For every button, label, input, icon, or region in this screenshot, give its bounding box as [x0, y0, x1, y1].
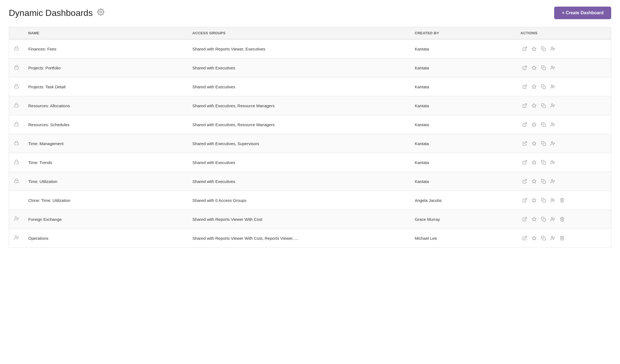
copy-icon[interactable]	[539, 101, 548, 110]
row-actions	[516, 153, 611, 172]
favorite-icon[interactable]	[530, 63, 538, 72]
share-icon[interactable]	[548, 177, 557, 186]
delete-icon[interactable]	[558, 215, 566, 224]
open-icon[interactable]	[520, 82, 529, 91]
table-row: Time: TrendsShared with ExecutivesKantat…	[9, 153, 611, 172]
favorite-icon[interactable]	[530, 234, 538, 242]
favorite-icon[interactable]	[530, 82, 538, 91]
favorite-icon[interactable]	[530, 101, 538, 110]
share-icon[interactable]	[548, 82, 557, 91]
row-name: Foreign Exchange	[24, 210, 188, 229]
row-created-by: Grace Murray	[410, 210, 516, 229]
open-icon[interactable]	[520, 101, 529, 110]
row-created-by: Kantata	[410, 39, 516, 58]
svg-point-19	[551, 85, 553, 86]
svg-rect-22	[15, 105, 18, 107]
row-name: Clone: Time: Utilization	[24, 191, 188, 210]
svg-line-37	[524, 142, 527, 144]
row-created-by: Kantata	[410, 77, 516, 96]
share-icon[interactable]	[548, 120, 557, 129]
row-name: Resources: Schedules	[24, 115, 188, 134]
lock-icon	[14, 66, 19, 71]
row-actions	[516, 134, 611, 153]
svg-rect-53	[543, 181, 546, 184]
row-name: Resources: Allocations	[24, 96, 188, 115]
share-icon[interactable]	[548, 158, 557, 167]
copy-icon[interactable]	[539, 82, 548, 91]
delete-icon[interactable]	[558, 196, 566, 205]
open-icon[interactable]	[520, 158, 529, 167]
svg-rect-32	[543, 124, 546, 127]
copy-icon[interactable]	[539, 234, 548, 242]
row-icon-cell	[9, 134, 24, 153]
svg-point-33	[551, 123, 553, 124]
open-icon[interactable]	[520, 44, 529, 53]
lock-icon	[14, 47, 19, 52]
svg-marker-38	[532, 142, 536, 145]
share-icon[interactable]	[548, 196, 557, 205]
copy-icon[interactable]	[539, 158, 548, 167]
svg-rect-68	[543, 219, 546, 221]
favorite-icon[interactable]	[530, 177, 538, 186]
open-icon[interactable]	[520, 63, 529, 72]
open-icon[interactable]	[520, 177, 529, 186]
col-header-actions: ACTIONS	[516, 27, 611, 39]
copy-icon[interactable]	[539, 63, 548, 72]
svg-marker-3	[532, 47, 536, 51]
svg-point-40	[551, 142, 553, 143]
svg-point-26	[551, 104, 553, 105]
table-row: OperationsShared with Reports Viewer Wit…	[9, 229, 611, 248]
copy-icon[interactable]	[539, 120, 548, 129]
open-icon[interactable]	[520, 234, 529, 242]
svg-line-57	[524, 198, 527, 201]
copy-icon[interactable]	[539, 177, 548, 186]
favorite-icon[interactable]	[530, 158, 538, 167]
row-icon-cell	[9, 172, 24, 191]
row-access-groups: Shared with Executives, Resource Manager…	[188, 96, 410, 115]
svg-rect-43	[15, 162, 18, 164]
share-icon[interactable]	[548, 63, 557, 72]
open-icon[interactable]	[520, 120, 529, 129]
favorite-icon[interactable]	[530, 120, 538, 129]
copy-icon[interactable]	[539, 139, 548, 148]
svg-point-63	[15, 216, 17, 218]
svg-point-78	[551, 236, 553, 238]
svg-rect-39	[543, 143, 546, 146]
svg-line-16	[524, 85, 527, 87]
col-header-name: NAME	[24, 27, 188, 39]
delete-icon[interactable]	[558, 234, 566, 242]
row-access-groups: Shared with Reports Viewer With Cost	[188, 210, 410, 229]
share-icon[interactable]	[548, 139, 557, 148]
table-row: Resources: AllocationsShared with Execut…	[9, 96, 611, 115]
copy-icon[interactable]	[539, 196, 548, 205]
svg-marker-45	[532, 160, 536, 164]
svg-rect-1	[15, 48, 18, 50]
favorite-icon[interactable]	[530, 196, 538, 205]
table-row: Foreign ExchangeShared with Reports View…	[9, 210, 611, 229]
gear-icon[interactable]	[97, 9, 104, 17]
row-icon-cell	[9, 210, 24, 229]
row-icon-cell	[9, 153, 24, 172]
svg-line-23	[524, 104, 527, 106]
copy-icon[interactable]	[539, 215, 548, 224]
create-dashboard-button[interactable]: + Create Dashboard	[554, 7, 611, 19]
share-icon[interactable]	[548, 234, 557, 242]
copy-icon[interactable]	[539, 44, 548, 53]
row-icon-cell	[9, 39, 24, 58]
favorite-icon[interactable]	[530, 139, 538, 148]
page-header: Dynamic Dashboards + Create Dashboard	[9, 7, 611, 19]
open-icon[interactable]	[520, 139, 529, 148]
open-icon[interactable]	[520, 215, 529, 224]
share-icon[interactable]	[548, 101, 557, 110]
row-actions	[516, 39, 611, 58]
open-icon[interactable]	[520, 196, 529, 205]
row-name: Projects: Portfolio	[24, 58, 188, 77]
row-name: Operations	[24, 229, 188, 248]
favorite-icon[interactable]	[530, 44, 538, 53]
svg-marker-67	[532, 217, 536, 221]
share-icon[interactable]	[548, 44, 557, 53]
favorite-icon[interactable]	[530, 215, 538, 224]
svg-rect-29	[15, 124, 18, 126]
share-icon[interactable]	[548, 215, 557, 224]
row-icon-cell	[9, 191, 24, 210]
